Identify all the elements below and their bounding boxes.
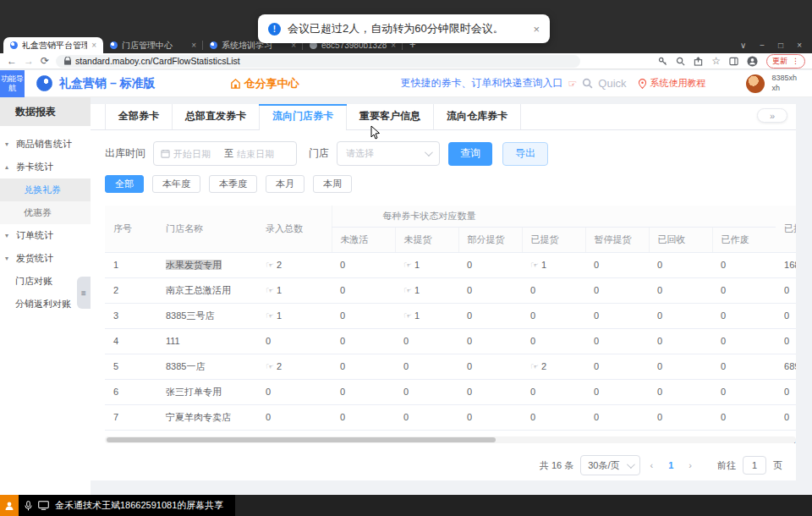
horizontal-scrollbar[interactable] (105, 436, 796, 443)
chrome-update-button[interactable]: 更新 ⋮ (766, 54, 805, 69)
end-date-input[interactable] (237, 149, 284, 159)
status-cell-4: 0 (585, 277, 649, 303)
statistics-table-wrap: 序号 门店名称 录入总数 每种券卡状态对应数量 已提货金额 未激活未提货部分提货… (105, 206, 796, 443)
store-name: 8385一店 (166, 361, 205, 371)
status-cell-3: 0 (522, 379, 585, 404)
caret-down-icon: ▾ (5, 140, 12, 148)
sidebar-item-4[interactable]: ▾订单统计 (0, 224, 91, 247)
export-button[interactable]: 导出 (502, 142, 548, 166)
goto-page-input[interactable] (743, 456, 766, 475)
tab-close-icon[interactable]: × (91, 41, 96, 50)
profile-avatar-icon[interactable] (747, 56, 758, 67)
status-cell-4: 0 (585, 328, 649, 354)
sidebar-item-5[interactable]: ▾发货统计 (0, 247, 91, 270)
status-cell-0: 0 (332, 303, 395, 328)
browser-tab-1[interactable]: 门店管理中心× (103, 37, 203, 53)
current-page[interactable]: 1 (663, 460, 678, 470)
cell-link-value[interactable]: 1 (414, 260, 420, 270)
link-finger-icon: ☞ (266, 285, 274, 295)
user-name-line1: 8385xh (771, 74, 797, 83)
minimize-icon[interactable]: − (760, 41, 765, 50)
cell-link-value[interactable]: 1 (277, 310, 282, 321)
tab-0[interactable]: 全部券卡 (105, 104, 173, 129)
panel-collapse-button[interactable]: » (757, 108, 787, 123)
tab-4[interactable]: 流向仓库券卡 (434, 104, 521, 129)
share-center-link[interactable]: 仓分享中心 (230, 76, 299, 91)
forward-icon[interactable]: → (24, 56, 34, 66)
status-col-header-5: 已回收 (649, 227, 712, 252)
status-cell-3: 0 (522, 328, 585, 354)
cell-link-value[interactable]: 1 (414, 285, 420, 295)
sidebar-collapse-handle[interactable]: ≡ (77, 277, 91, 309)
tab-3[interactable]: 重要客户信息 (347, 104, 434, 129)
sidebar: 数据报表 ▾商品销售统计▴券卡统计兑换礼券优惠券▾订单统计▾发货统计门店对账分销… (0, 97, 91, 495)
range-chip-0[interactable]: 全部 (105, 175, 144, 193)
cell-link-value[interactable]: 1 (414, 310, 420, 321)
screen-icon[interactable] (38, 501, 49, 510)
cell-link-value[interactable]: 1 (541, 260, 546, 270)
window-close-icon[interactable]: × (797, 41, 802, 50)
status-cell-2: 0 (458, 404, 522, 430)
prev-page-button[interactable]: ‹ (647, 460, 657, 470)
amount-cell: 0 (776, 328, 796, 354)
key-icon[interactable] (658, 57, 667, 66)
range-chip-1[interactable]: 本年度 (152, 175, 200, 193)
tab-1[interactable]: 总部直发券卡 (173, 104, 260, 129)
toast-close-icon[interactable]: × (533, 23, 540, 36)
cell-link-value[interactable]: 2 (277, 361, 282, 371)
tutorial-link[interactable]: 系统使用教程 (639, 77, 705, 90)
store-name: 宁夏羊肉专卖店 (166, 412, 231, 422)
col-header-store: 门店名称 (157, 206, 257, 252)
microphone-icon[interactable] (25, 501, 32, 511)
maximize-icon[interactable]: □ (778, 41, 783, 50)
sidebar-item-2[interactable]: 兑换礼券 (0, 178, 91, 201)
browser-tab-0[interactable]: 礼盒营销平台管理中心× (3, 37, 103, 53)
store-name: 南京王总激活用 (166, 285, 231, 295)
tab-close-icon[interactable]: × (191, 41, 196, 50)
store-select-placeholder: 请选择 (346, 147, 374, 160)
menu-dots-icon[interactable]: ⋮ (792, 57, 799, 65)
sidebar-item-1[interactable]: ▴券卡统计 (0, 156, 91, 178)
back-icon[interactable]: ← (7, 56, 17, 66)
reload-icon[interactable]: ⟳ (41, 56, 49, 66)
cell-link-value[interactable]: 1 (277, 285, 282, 295)
date-range-picker[interactable]: 至 (153, 141, 297, 166)
page-size-select[interactable]: 30条/页 (580, 455, 639, 475)
side-panel-icon[interactable] (729, 57, 738, 66)
tab-2[interactable]: 流向门店券卡 (260, 104, 347, 129)
url-bar[interactable]: standard.maboy.cn/CardFlowStatisticsList (56, 55, 580, 68)
share-user-icon[interactable] (0, 495, 19, 516)
scrollbar-thumb[interactable] (107, 437, 496, 442)
cell-link-value[interactable]: 2 (541, 361, 546, 371)
house-icon (230, 78, 241, 89)
next-page-button[interactable]: › (685, 460, 695, 470)
share-icon[interactable] (694, 57, 703, 66)
content-panel: 全部券卡总部直发券卡流向门店券卡重要客户信息流向仓库券卡 » 出库时间 至 门店… (91, 104, 796, 480)
range-chip-2[interactable]: 本季度 (209, 175, 257, 193)
status-cell-1: 0 (395, 379, 458, 404)
store-select[interactable]: 请选择 (337, 141, 440, 166)
range-chip-3[interactable]: 本月 (266, 175, 304, 193)
range-chip-4[interactable]: 本周 (313, 175, 352, 193)
amount-cell: 0 (776, 303, 796, 328)
start-date-input[interactable] (173, 149, 221, 159)
amount-cell: 0 (776, 404, 796, 430)
sidebar-item-label: 兑换礼券 (24, 184, 61, 196)
cell-link-value[interactable]: 2 (277, 260, 282, 270)
store-name: 111 (166, 336, 180, 346)
quick-search-entry[interactable]: 更快捷的券卡、订单和快递查询入口 ☞ Quick (401, 76, 627, 91)
time-filter-label: 出库时间 (105, 146, 145, 161)
sidebar-item-3[interactable]: 优惠券 (0, 201, 91, 224)
function-nav-toggle[interactable]: 功能导航 (0, 70, 25, 97)
row-index: 4 (105, 328, 157, 354)
zoom-icon[interactable] (676, 57, 685, 66)
profile-chevron-icon[interactable]: ∨ (740, 41, 746, 50)
bookmark-star-icon[interactable]: ☆ (711, 56, 721, 66)
calendar-icon (161, 149, 170, 158)
user-avatar[interactable] (746, 74, 765, 93)
sidebar-item-label: 发货统计 (16, 252, 53, 265)
sidebar-item-0[interactable]: ▾商品销售统计 (0, 133, 91, 156)
amount-cell: 0 (776, 379, 796, 404)
search-button[interactable]: 查询 (448, 142, 492, 166)
total-cell: 0 (257, 328, 332, 354)
